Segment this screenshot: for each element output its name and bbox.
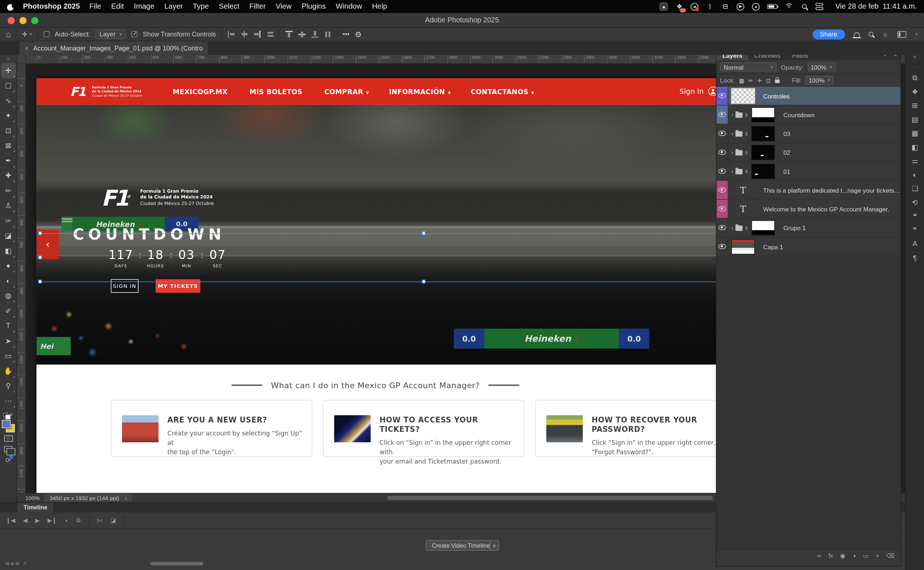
crop-tool[interactable]: ⊡: [1, 123, 15, 138]
shape-tool[interactable]: ▭: [1, 348, 15, 364]
history-brush-tool[interactable]: ✑: [1, 213, 15, 228]
menubar-item[interactable]: Edit: [111, 3, 124, 11]
layer-name[interactable]: Countdown: [783, 111, 815, 118]
ruler-corner[interactable]: [17, 55, 26, 63]
align-top-icon[interactable]: [285, 30, 292, 38]
zoom-tool[interactable]: ⚲: [1, 378, 15, 394]
move-tool-preset[interactable]: ✛ ∨: [22, 30, 32, 38]
layer-name[interactable]: Welcome to the Mexico GP Account Manager…: [763, 205, 889, 213]
close-tab-icon[interactable]: ×: [25, 44, 29, 52]
history-panel-icon[interactable]: ⟲: [912, 198, 918, 206]
hand-tool[interactable]: ✋: [1, 363, 15, 378]
distribute-h-icon[interactable]: [266, 31, 273, 38]
eraser-tool[interactable]: ◪: [1, 228, 15, 244]
menubar-item[interactable]: Type: [193, 3, 209, 11]
layer-row[interactable]: › ∞ T 01: [717, 162, 900, 181]
frame-tool[interactable]: ⊠: [1, 138, 15, 153]
adjustment-layer-icon[interactable]: ◑: [853, 552, 856, 559]
layer-name[interactable]: 02: [783, 149, 790, 156]
vertical-ruler[interactable]: 0100200300400500600700800900100011001200…: [17, 63, 26, 502]
gradients-panel-icon[interactable]: ▤: [912, 115, 918, 123]
eyedropper-tool[interactable]: ✒: [1, 153, 15, 168]
notifications-bell-icon[interactable]: [854, 32, 860, 38]
menubar-item[interactable]: Layer: [164, 3, 183, 11]
layer-comps-panel-icon[interactable]: ❝: [913, 212, 917, 221]
window-manager-icon[interactable]: ⊟: [721, 3, 729, 11]
menubar-item[interactable]: View: [276, 3, 292, 11]
transition-icon[interactable]: ◪: [111, 517, 116, 524]
info-card[interactable]: HOW TO RECOVER YOUR PASSWORD? Click “Sig…: [535, 400, 736, 457]
split-clip-icon[interactable]: ✄: [97, 516, 103, 524]
blend-mode-dropdown[interactable]: Normal∨: [720, 63, 777, 71]
menubar-item[interactable]: Image: [134, 3, 155, 11]
blur-tool[interactable]: ●: [1, 258, 15, 273]
layer-thumbnail[interactable]: [752, 126, 775, 141]
visibility-eye-icon[interactable]: [717, 199, 728, 218]
layer-thumbnail[interactable]: [752, 220, 775, 235]
align-left-icon[interactable]: [227, 31, 235, 38]
layer-effects-icon[interactable]: fx: [829, 552, 833, 559]
lock-artboard-icon[interactable]: ⊡: [766, 77, 771, 83]
layer-name[interactable]: Grupo 1: [783, 224, 806, 231]
create-video-timeline-button[interactable]: Create Video Timeline: [425, 540, 496, 550]
properties-panel-icon[interactable]: ◧: [912, 143, 918, 151]
layer-row[interactable]: › ∞ T Welcome to the Mexico GP Account M…: [717, 199, 900, 218]
healing-brush-tool[interactable]: ✚: [1, 168, 15, 183]
lock-paint-icon[interactable]: ✏: [749, 77, 753, 83]
expand-chevron-icon[interactable]: ›: [731, 224, 733, 231]
transform-handle[interactable]: [38, 231, 42, 235]
visibility-eye-icon[interactable]: [717, 181, 728, 199]
move-tool[interactable]: ✛: [1, 63, 15, 78]
type-tool[interactable]: T: [1, 318, 15, 333]
patterns-panel-icon[interactable]: ▦: [912, 129, 918, 138]
site-nav-link[interactable]: CONTACTANOS∨: [471, 87, 534, 96]
quick-mask-icon[interactable]: [4, 435, 12, 441]
site-nav-link[interactable]: MIS BOLETOS: [249, 87, 305, 96]
link-layers-icon[interactable]: ∞: [817, 552, 821, 559]
expand-chevron-icon[interactable]: ›: [731, 168, 733, 174]
opacity-field[interactable]: 100%∨: [808, 63, 836, 71]
timeline-zoom-icon[interactable]: [11, 562, 13, 565]
auto-select-checkbox[interactable]: [44, 31, 49, 37]
layer-row[interactable]: › ∞ T Grupo 1: [717, 219, 900, 238]
layer-row[interactable]: › ∞ T 03: [717, 124, 900, 143]
transform-guide-bottom[interactable]: [40, 281, 750, 282]
document-canvas[interactable]: F1 Formula 1 Gran Premio de la Ciudad de…: [37, 78, 750, 493]
show-transform-checkbox[interactable]: [132, 31, 138, 37]
visibility-eye-icon[interactable]: [717, 238, 728, 256]
transform-handle[interactable]: [422, 231, 425, 235]
lasso-tool[interactable]: ∿: [1, 93, 15, 108]
adjustments-panel-icon[interactable]: ⚌: [912, 156, 918, 165]
creative-cloud-icon[interactable]: ☁: [691, 3, 698, 11]
layer-row[interactable]: › ∞ T Countdown: [717, 105, 900, 124]
transform-handle[interactable]: [38, 280, 42, 283]
more-options-button[interactable]: •••: [342, 31, 349, 38]
align-center-v-icon[interactable]: [298, 30, 305, 38]
paragraph-panel-icon[interactable]: ¶: [913, 254, 917, 262]
expand-chevron-icon[interactable]: ›: [731, 130, 733, 137]
delete-layer-icon[interactable]: ⌫: [886, 552, 895, 559]
new-group-icon[interactable]: ▭: [863, 552, 869, 559]
previous-frame-icon[interactable]: ◀: [23, 517, 28, 524]
transform-guide-top[interactable]: [40, 233, 750, 234]
dodge-tool[interactable]: ◐: [1, 273, 15, 289]
workspace-caret-icon[interactable]: ∨: [915, 32, 918, 37]
fill-field[interactable]: 100%∨: [806, 76, 833, 84]
horizontal-scrollbar[interactable]: [387, 496, 713, 500]
brush-tool[interactable]: ✏: [1, 183, 15, 198]
character-panel-icon[interactable]: A: [912, 239, 917, 248]
info-panel-icon[interactable]: ❏: [912, 184, 918, 193]
toolbar-collapse-icon[interactable]: »: [7, 55, 10, 63]
dropbox-icon[interactable]: ❖23: [676, 3, 683, 11]
layer-thumbnail[interactable]: [752, 164, 775, 179]
zoom-level-field[interactable]: 100%: [17, 495, 45, 501]
status-chevron-icon[interactable]: ›: [125, 495, 127, 501]
timeline-zoom-icon[interactable]: [6, 562, 8, 565]
site-sign-in[interactable]: Sign In: [679, 87, 718, 96]
transform-handle[interactable]: [38, 256, 42, 259]
quick-selection-tool[interactable]: ✦: [1, 108, 15, 123]
first-frame-icon[interactable]: ❙◀: [6, 517, 15, 524]
timeline-settings-icon[interactable]: ⚙: [76, 517, 81, 524]
layer-name[interactable]: 03: [783, 130, 790, 137]
edit-toolbar[interactable]: ⋯: [1, 394, 15, 409]
